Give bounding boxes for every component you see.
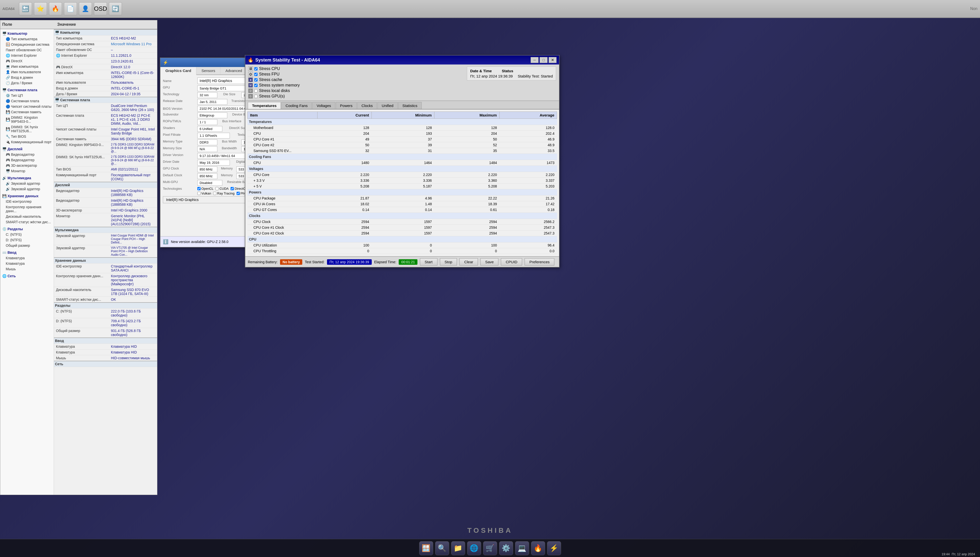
sidebar-item-disk[interactable]: Дисковый накопитель xyxy=(1,214,53,219)
stab-tab-statistics[interactable]: Statistics xyxy=(398,102,422,109)
sidebar-item-ide[interactable]: IDE-контроллер xyxy=(1,199,53,204)
stab-save-btn[interactable]: Save xyxy=(480,258,498,265)
stab-tab-powers[interactable]: Powers xyxy=(336,102,357,109)
taskbar-gpu-icon[interactable]: ⚡ xyxy=(547,541,561,555)
stress-disk-check[interactable] xyxy=(254,89,258,93)
sidebar-item-display[interactable]: 🖥️Дисплей xyxy=(1,146,53,152)
sidebar-item-storage[interactable]: 💾Хранение данных xyxy=(1,193,53,199)
sidebar-item-os[interactable]: 🪟Операционная система xyxy=(1,42,53,47)
sidebar-item-bios[interactable]: 🔧Тип BIOS xyxy=(1,134,53,139)
sidebar-item-input[interactable]: ⌨️Ввод xyxy=(1,250,53,255)
table-row: Звуковой адаптер VIA VT1705 @ Intel Coug… xyxy=(54,245,157,258)
datetime-status-values: Пт, 12 апр 2024 19:36:39 Stability Test:… xyxy=(470,74,553,78)
cuda-checkbox[interactable] xyxy=(215,187,219,190)
type-icon: 🔵 xyxy=(6,37,10,41)
sidebar-item-os-pack[interactable]: Пакет обновления ОС xyxy=(1,47,53,53)
sidebar-item-board[interactable]: 🔵Системная плата xyxy=(1,98,53,104)
stab-tab-cooling[interactable]: Cooling Fans xyxy=(281,102,312,109)
toolbar-fire-btn[interactable]: 🔥 xyxy=(49,2,62,15)
sidebar-item-gpu2[interactable]: 🎮Видеоадаптер xyxy=(1,157,53,163)
sidebar-item-ie[interactable]: 🌐Internet Explorer xyxy=(1,53,53,58)
stability-minimize-btn[interactable]: ─ xyxy=(531,57,539,63)
sidebar-item-network[interactable]: 🌐Сеть xyxy=(1,273,53,279)
sidebar-item-directx[interactable]: 🎮DirectX xyxy=(1,58,53,64)
taskbar-settings-icon[interactable]: ⚙️ xyxy=(499,541,513,555)
section-net: Сеть xyxy=(54,361,157,367)
directcompute-checkbox[interactable] xyxy=(230,187,234,190)
stress-cpu-check[interactable] xyxy=(254,67,258,70)
sidebar-item-gpu1[interactable]: 🎮Видеоадаптер xyxy=(1,152,53,157)
opencl-checkbox[interactable] xyxy=(197,187,201,190)
stab-stop-btn[interactable]: Stop xyxy=(440,258,457,265)
section-computer: 🖥️ Компьютер xyxy=(54,29,157,36)
taskbar-files-icon[interactable]: 📁 xyxy=(451,541,465,555)
sidebar-item-d[interactable]: D: (NTFS) xyxy=(1,237,53,243)
stab-clear-btn[interactable]: Clear xyxy=(459,258,478,265)
toolbar-user-btn[interactable]: 👤 xyxy=(79,2,92,15)
gpuz-tab-advanced[interactable]: Advanced xyxy=(220,67,247,75)
sidebar-item-datetime[interactable]: 🕐Дата / Время xyxy=(1,80,53,86)
stress-fpu-label: Stress FPU xyxy=(259,72,279,77)
sidebar-item-smart[interactable]: SMART-статус жёстки дис... xyxy=(1,219,53,225)
toolbar-osd-btn[interactable]: OSD xyxy=(94,2,107,15)
stability-window-controls: ─ □ ✕ xyxy=(531,57,557,63)
stress-cache-check[interactable] xyxy=(254,78,258,81)
sidebar-item-cpu-type[interactable]: ⚙️Тип ЦП xyxy=(1,93,53,98)
stab-tab-temperatures[interactable]: Temperatures xyxy=(248,102,281,109)
stab-start-btn[interactable]: Start xyxy=(420,258,437,265)
stab-tab-clocks[interactable]: Clocks xyxy=(357,102,377,109)
sidebar-item-partitions[interactable]: 💿Разделы xyxy=(1,226,53,232)
sidebar-item-diskctrl[interactable]: Контроллер хранения данн... xyxy=(1,204,53,214)
sidebar-item-mobo[interactable]: 🖥️Системная плата xyxy=(1,87,53,93)
gpuz-tab-sensors[interactable]: Sensors xyxy=(196,67,220,75)
taskbar-store-icon[interactable]: 🛒 xyxy=(483,541,497,555)
sidebar-item-computer[interactable]: 🖥️ Компьютер xyxy=(1,31,53,36)
toolbar-doc-btn[interactable]: 📄 xyxy=(64,2,77,15)
taskbar-browser-icon[interactable]: 🌐 xyxy=(467,541,481,555)
stress-gpu-check[interactable] xyxy=(254,95,258,98)
taskbar-win-icon[interactable]: 🪟 xyxy=(419,541,433,555)
taskbar-cpu-icon[interactable]: 💻 xyxy=(515,541,529,555)
sidebar-item-dimm2[interactable]: 💾DIMM2: Kingston 99P5403-0... xyxy=(1,115,53,124)
toolbar-back-btn[interactable]: 🔙 xyxy=(19,2,32,15)
sidebar-item-mouse[interactable]: Мышь xyxy=(1,266,53,272)
stress-fpu-check[interactable] xyxy=(254,73,258,76)
sidebar-item-domain[interactable]: 🔗Вход в домен xyxy=(1,75,53,80)
taskbar-search-icon[interactable]: 🔍 xyxy=(435,541,449,555)
sidebar-item-com[interactable]: 🔌Коммуникационный порт xyxy=(1,139,53,145)
sidebar-item-chipset[interactable]: 🔵Чипсет системной платы xyxy=(1,104,53,109)
toolbar-refresh-btn[interactable]: 🔄 xyxy=(109,2,122,15)
stability-close-btn-title[interactable]: ✕ xyxy=(548,57,557,63)
sidebar-item-kb2[interactable]: Клавиатура xyxy=(1,261,53,266)
stability-maximize-btn[interactable]: □ xyxy=(540,57,548,63)
sidebar-item-monitor[interactable]: 🖥️Монитор xyxy=(1,168,53,174)
sidebar-item-audio1[interactable]: 🔊Звуковой адаптер xyxy=(1,181,53,186)
stab-prefs-btn[interactable]: Preferences xyxy=(525,258,554,265)
gpuz-opencl-check: OpenCL xyxy=(197,187,213,191)
sidebar-item-mem[interactable]: 💾Системная память xyxy=(1,109,53,115)
toolbar-star-btn[interactable]: ⭐ xyxy=(34,2,47,15)
stab-tab-unified[interactable]: Unified xyxy=(378,102,398,109)
system-tray: 19:44 Пт, 12 апр 2024 xyxy=(941,552,975,556)
sidebar-item-dimm3[interactable]: 💾DIMM3: SK hynix HMT325U6... xyxy=(1,124,53,134)
sidebar-item-kb1[interactable]: Клавиатура xyxy=(1,255,53,261)
physx-checkbox[interactable] xyxy=(237,192,240,195)
raytracing-checkbox[interactable] xyxy=(213,192,216,195)
stress-mem-check[interactable] xyxy=(254,84,258,87)
sidebar-item-multimedia[interactable]: 🔊Мультимедиа xyxy=(1,175,53,181)
stab-cpuid-btn[interactable]: CPUID xyxy=(501,258,522,265)
sidebar-item-username[interactable]: 👤Имя пользователя xyxy=(1,69,53,75)
stab-data-row: CPU Core 2.220 2.220 2.220 2.220 xyxy=(248,172,557,178)
vulkan-checkbox[interactable] xyxy=(197,192,201,195)
sidebar-item-type[interactable]: 🔵Тип компьютера xyxy=(1,36,53,42)
sidebar-item-pcname[interactable]: 💻Имя компьютера xyxy=(1,64,53,69)
sidebar-item-3d[interactable]: 🎮3D-акселератор xyxy=(1,163,53,168)
taskbar-aida-icon[interactable]: 🔥 xyxy=(531,541,545,555)
stab-tab-voltages[interactable]: Voltages xyxy=(312,102,335,109)
sidebar-tree: 🖥️ Компьютер 🔵Тип компьютера 🪟Операционн… xyxy=(0,29,54,495)
sidebar-item-total[interactable]: Общий размер xyxy=(1,243,53,248)
gpuz-tab-graphics[interactable]: Graphics Card xyxy=(161,67,196,75)
gpuz-name-label: Name xyxy=(163,79,195,83)
sidebar-item-audio2[interactable]: 🔊Звуковой адаптер xyxy=(1,186,53,192)
sidebar-item-c[interactable]: C: (NTFS) xyxy=(1,232,53,237)
